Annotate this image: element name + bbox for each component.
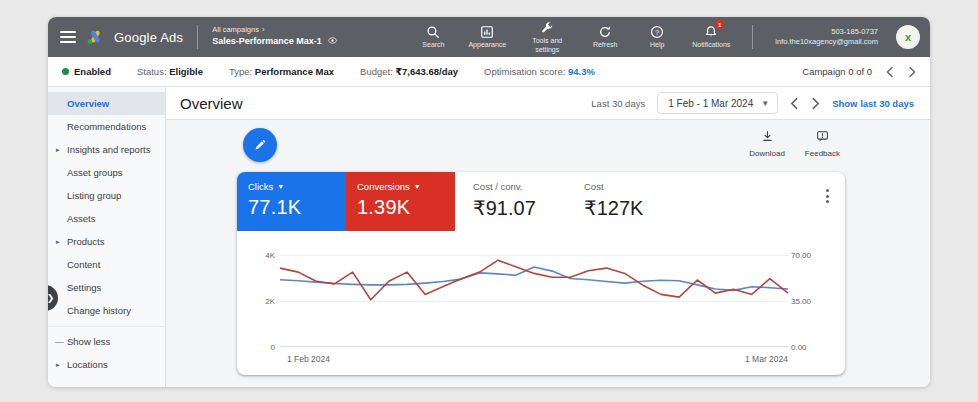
- account-email: info.the10xagency@gmail.com: [775, 37, 878, 47]
- metric-conversions[interactable]: Conversions▼ 1.39K: [346, 172, 455, 231]
- campaign-status-bar: Enabled Status: Eligible Type: Performan…: [48, 57, 930, 87]
- menu-icon[interactable]: [60, 31, 76, 43]
- campaign-prev-button[interactable]: [886, 66, 894, 78]
- overview-content: Download Feedback Clicks▼ 77.1K: [166, 120, 930, 387]
- right-axis-tick: 35.00: [791, 297, 831, 306]
- download-icon: [761, 129, 774, 147]
- account-phone: 503-185-0737: [831, 27, 878, 37]
- expand-arrow-icon: ▸: [56, 146, 60, 154]
- sidebar-item-locations[interactable]: ▸Locations: [48, 353, 165, 376]
- budget-field: Budget: ₹7,643.68/day: [360, 66, 458, 77]
- left-axis-tick: 0: [243, 343, 275, 352]
- date-prev-button[interactable]: [790, 97, 799, 110]
- enabled-status-chip[interactable]: Enabled: [62, 66, 111, 77]
- expand-arrow-icon: ▸: [56, 361, 60, 369]
- topbar-appearance-button[interactable]: Appearance: [468, 24, 506, 49]
- sidebar-item-listing-group[interactable]: Listing group: [48, 184, 165, 207]
- sidebar-item-settings[interactable]: Settings: [48, 276, 165, 299]
- card-overflow-menu-button[interactable]: [824, 187, 831, 205]
- performance-chart-card: Clicks▼ 77.1K Conversions▼ 1.39K Cost / …: [237, 172, 845, 375]
- left-axis-tick: 4K: [243, 251, 275, 260]
- minus-icon: —: [55, 337, 64, 347]
- type-field: Type: Performance Max: [229, 66, 334, 77]
- wrench-icon: [540, 20, 554, 35]
- feedback-button[interactable]: Feedback: [805, 129, 840, 158]
- help-icon: ?: [650, 24, 664, 39]
- breadcrumb-chevron-icon: ›: [262, 26, 265, 35]
- sidebar-divider: [48, 326, 165, 327]
- topbar-tools-settings-button[interactable]: Tools and settings: [524, 20, 570, 53]
- edit-pencil-button[interactable]: [243, 128, 277, 162]
- sidebar-item-recommendations[interactable]: Recommendations: [48, 115, 165, 138]
- topbar-notifications-button[interactable]: 1 Notifications: [692, 24, 730, 49]
- top-app-bar: Google Ads All campaigns › Sales-Perform…: [48, 17, 930, 57]
- sidebar-item-change-history[interactable]: Change history: [48, 299, 165, 322]
- metric-conversions-value: 1.39K: [357, 196, 444, 219]
- status-field: Status: Eligible: [137, 66, 203, 77]
- metric-clicks[interactable]: Clicks▼ 77.1K: [237, 172, 346, 231]
- breadcrumb-all-campaigns[interactable]: All campaigns: [212, 26, 259, 35]
- google-ads-window: Google Ads All campaigns › Sales-Perform…: [48, 17, 930, 387]
- sidebar-item-show-less[interactable]: —Show less: [48, 330, 165, 353]
- page-header: Overview Last 30 days 1 Feb - 1 Mar 2024…: [166, 87, 930, 120]
- metric-cost-per-conv-value: ₹91.07: [473, 196, 566, 220]
- sidebar-item-assets[interactable]: Assets: [48, 207, 165, 230]
- metric-cost-value: ₹127K: [584, 196, 677, 220]
- expand-arrow-icon: ▸: [56, 238, 60, 246]
- x-axis-end-label: 1 Mar 2024: [745, 354, 788, 364]
- sidebar-item-asset-groups[interactable]: Asset groups: [48, 161, 165, 184]
- pencil-icon: [253, 138, 267, 152]
- avatar[interactable]: x: [896, 25, 920, 49]
- optimisation-score-field: Optimisation score: 94.3%: [484, 66, 595, 77]
- topbar-refresh-button[interactable]: Refresh: [588, 24, 622, 49]
- date-range-label: Last 30 days: [591, 98, 645, 109]
- enabled-dot-icon: [62, 68, 69, 75]
- right-axis-tick: 70.00: [791, 251, 831, 260]
- bell-icon: 1: [704, 24, 718, 39]
- date-range-select[interactable]: 1 Feb - 1 Mar 2024 ▼: [657, 92, 778, 114]
- chevron-down-icon: ▼: [761, 99, 769, 108]
- campaign-pager-label: Campaign 0 of 0: [802, 66, 872, 77]
- topbar-divider: [197, 25, 198, 49]
- show-last-30-days-link[interactable]: Show last 30 days: [832, 98, 914, 109]
- chart-lines: [280, 255, 788, 347]
- metric-cost-per-conv: Cost / conv. ₹91.07: [455, 172, 566, 231]
- metric-cost: Cost ₹127K: [566, 172, 677, 231]
- date-next-button[interactable]: [811, 97, 820, 110]
- right-axis-tick: 0.00: [791, 343, 831, 352]
- plot-area: [280, 255, 788, 347]
- notification-badge: 1: [715, 20, 724, 29]
- breadcrumb[interactable]: All campaigns › Sales-Performance Max-1: [212, 26, 338, 48]
- sidebar-item-overview[interactable]: Overview: [48, 92, 165, 115]
- page-title: Overview: [180, 95, 243, 112]
- appearance-icon: [480, 24, 494, 39]
- feedback-icon: [816, 129, 829, 147]
- chevron-down-icon: ▼: [277, 183, 284, 190]
- topbar-divider: [752, 25, 753, 49]
- refresh-icon: [598, 24, 612, 39]
- svg-text:?: ?: [655, 28, 659, 37]
- topbar-help-button[interactable]: ? Help: [640, 24, 674, 49]
- campaign-next-button[interactable]: [908, 66, 916, 78]
- product-name: Google Ads: [114, 30, 183, 45]
- x-axis-start-label: 1 Feb 2024: [287, 354, 330, 364]
- eye-icon: [327, 35, 338, 48]
- sidebar-item-products[interactable]: ▸Products: [48, 230, 165, 253]
- sidebar-nav: Overview Recommendations ▸Insights and r…: [48, 87, 166, 387]
- time-series-chart: 4K 2K 0 70.00 35.00 0.00 1 Feb 2024: [237, 255, 845, 347]
- download-button[interactable]: Download: [749, 129, 785, 158]
- sidebar-item-content[interactable]: Content: [48, 253, 165, 276]
- metric-clicks-value: 77.1K: [248, 196, 335, 219]
- topbar-search-button[interactable]: Search: [416, 24, 450, 49]
- google-ads-logo-icon: [86, 28, 104, 46]
- search-icon: [426, 24, 440, 39]
- chevron-down-icon: ▼: [414, 183, 421, 190]
- account-info: 503-185-0737 info.the10xagency@gmail.com: [775, 27, 878, 47]
- campaign-name: Sales-Performance Max-1: [212, 36, 322, 46]
- left-axis-tick: 2K: [243, 297, 275, 306]
- sidebar-item-insights-and-reports[interactable]: ▸Insights and reports: [48, 138, 165, 161]
